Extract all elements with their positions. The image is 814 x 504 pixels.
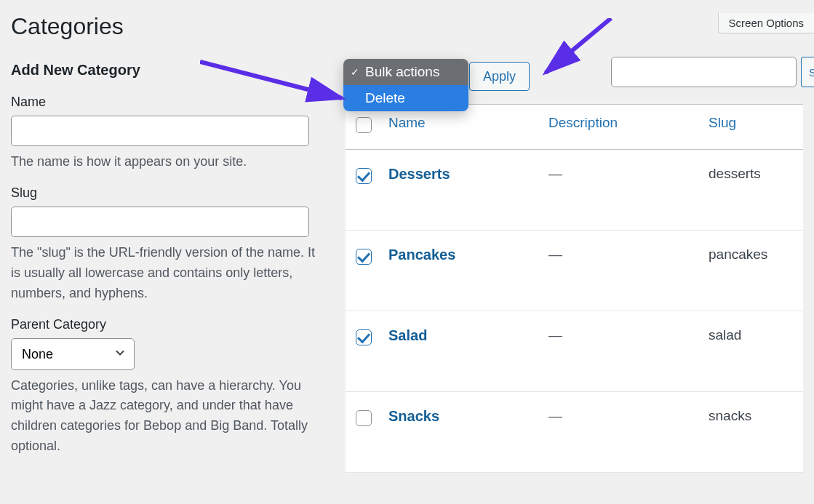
check-icon: ✓ bbox=[351, 66, 359, 78]
category-description: — bbox=[541, 392, 701, 473]
table-row: Snacks—snacks bbox=[346, 392, 803, 473]
description-column-header[interactable]: Description bbox=[548, 115, 618, 130]
category-description: — bbox=[541, 150, 701, 231]
table-row: Salad—salad bbox=[346, 311, 803, 392]
row-checkbox[interactable] bbox=[356, 329, 372, 345]
slug-description: The "slug" is the URL-friendly version o… bbox=[11, 243, 324, 304]
row-checkbox[interactable] bbox=[356, 410, 372, 426]
category-name-link[interactable]: Snacks bbox=[388, 408, 439, 424]
table-row: Desserts—desserts bbox=[346, 150, 803, 231]
page-title: Categories bbox=[11, 13, 803, 40]
category-description: — bbox=[541, 231, 701, 311]
category-slug: pancakes bbox=[701, 231, 803, 311]
slug-field[interactable] bbox=[11, 207, 309, 237]
category-slug: salad bbox=[701, 311, 803, 392]
row-checkbox[interactable] bbox=[356, 168, 372, 184]
parent-category-select[interactable]: None bbox=[11, 338, 135, 370]
slug-column-header[interactable]: Slug bbox=[709, 115, 736, 130]
bulk-option-label: Bulk actions bbox=[365, 64, 439, 79]
category-description: — bbox=[541, 311, 701, 392]
category-slug: desserts bbox=[701, 150, 803, 231]
name-column-header[interactable]: Name bbox=[388, 115, 426, 130]
bulk-option[interactable]: ✓Bulk actions bbox=[343, 59, 468, 85]
parent-label: Parent Category bbox=[11, 317, 324, 332]
screen-options-button[interactable]: Screen Options bbox=[718, 13, 814, 33]
parent-description: Categories, unlike tags, can have a hier… bbox=[11, 376, 324, 457]
bulk-option[interactable]: Delete bbox=[343, 85, 468, 111]
category-name-link[interactable]: Pancakes bbox=[388, 247, 455, 263]
name-description: The name is how it appears on your site. bbox=[11, 152, 324, 172]
row-checkbox[interactable] bbox=[356, 249, 372, 265]
table-row: Pancakes—pancakes bbox=[346, 231, 803, 311]
category-name-link[interactable]: Salad bbox=[388, 327, 427, 343]
bulk-option-label: Delete bbox=[365, 90, 405, 105]
slug-label: Slug bbox=[11, 185, 324, 201]
category-name-link[interactable]: Desserts bbox=[388, 166, 450, 182]
name-label: Name bbox=[11, 95, 324, 110]
select-all-checkbox[interactable] bbox=[356, 117, 372, 133]
category-slug: snacks bbox=[701, 392, 803, 473]
bulk-actions-dropdown[interactable]: ✓Bulk actionsDelete bbox=[343, 59, 468, 111]
apply-button[interactable]: Apply bbox=[469, 62, 530, 91]
add-new-heading: Add New Category bbox=[11, 62, 324, 79]
categories-table: Name Description Slug Desserts—dessertsP… bbox=[346, 104, 803, 473]
name-field[interactable] bbox=[11, 116, 309, 146]
